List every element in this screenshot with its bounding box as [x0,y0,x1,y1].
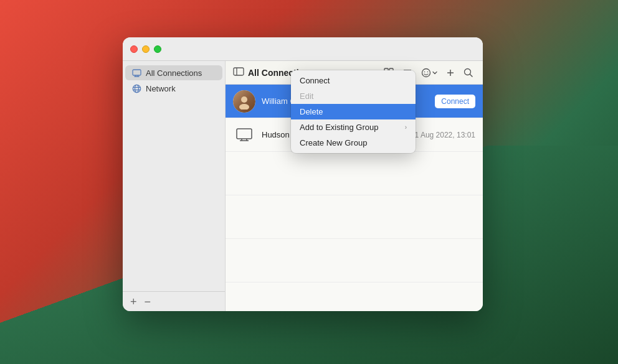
svg-rect-8 [234,68,244,75]
monitor-icon [131,68,141,78]
svg-point-17 [422,68,430,77]
context-menu-create-group-label: Create New Group [300,138,367,147]
sidebar-item-label: Network [146,84,176,93]
close-button[interactable] [130,45,138,53]
add-connection-button[interactable]: + [129,296,138,307]
context-menu: Connect Edit Delete Add to Existing Grou… [291,70,416,153]
emoji-filter-button[interactable] [419,67,440,79]
context-menu-add-to-group-label: Add to Existing Group [300,123,378,132]
svg-point-25 [239,104,249,110]
context-menu-add-to-group[interactable]: Add to Existing Group › [291,119,416,135]
avatar-william [233,90,255,113]
titlebar [123,37,483,61]
svg-line-23 [470,75,473,77]
sidebar-toggle-icon [233,67,244,78]
context-menu-edit: Edit [291,88,416,104]
svg-rect-0 [133,70,141,75]
svg-point-19 [427,71,429,72]
globe-icon [131,83,141,93]
minimize-button[interactable] [142,45,150,53]
add-button[interactable] [444,67,457,78]
svg-point-24 [241,96,247,103]
submenu-arrow-icon: › [405,124,407,131]
connect-button-william[interactable]: Connect [435,95,475,108]
sidebar-footer: + − [123,291,225,311]
svg-point-18 [424,71,425,72]
sidebar-items: All Connections Network [123,61,225,291]
svg-point-5 [135,85,138,92]
sidebar-item-network[interactable]: Network [125,81,222,96]
maximize-button[interactable] [154,45,161,53]
connection-time-hudson: 11 Aug 2022, 13:01 [411,131,475,139]
svg-point-4 [133,85,140,92]
remove-connection-button[interactable]: − [143,296,153,307]
context-menu-connect-label: Connect [300,76,330,85]
avatar-hudson [233,124,255,146]
connection-item-empty-2 [226,195,483,239]
context-menu-create-group[interactable]: Create New Group [291,135,416,151]
context-menu-delete-label: Delete [300,107,323,116]
search-button[interactable] [461,67,475,78]
sidebar: All Connections Network + [123,61,226,311]
sidebar-item-all-connections[interactable]: All Connections [125,65,222,80]
context-menu-connect[interactable]: Connect [291,73,416,88]
connection-item-empty-3 [226,239,483,282]
sidebar-item-label: All Connections [146,68,202,78]
connection-item-empty-1 [226,152,483,195]
context-menu-delete[interactable]: Delete [291,104,416,119]
svg-rect-26 [237,129,252,139]
context-menu-edit-label: Edit [300,91,313,101]
traffic-lights [130,45,161,53]
